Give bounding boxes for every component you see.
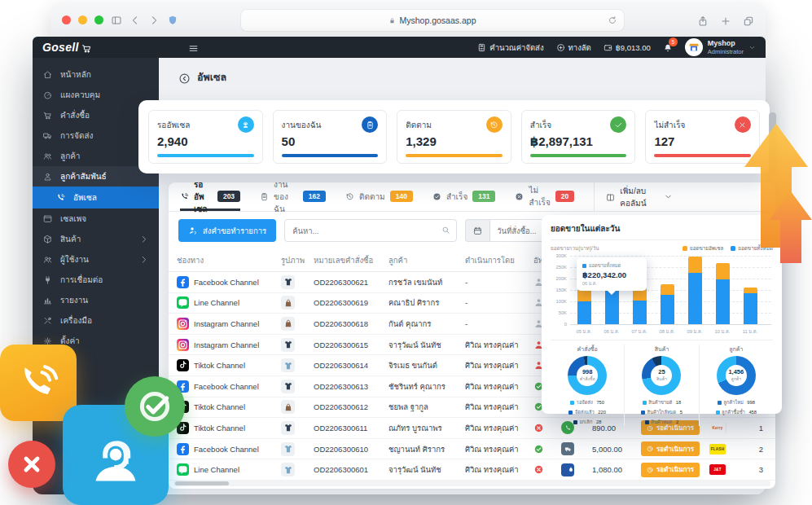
product-image-shirt-blue — [281, 442, 295, 456]
share-icon[interactable] — [697, 13, 709, 26]
donut-chart-1[interactable]: 25สินค้า — [642, 356, 681, 395]
sidebar-item-11[interactable]: รายงาน — [33, 290, 159, 310]
tab-4[interactable]: ไม่สำเร็จ 20 — [515, 182, 574, 211]
tools-icon — [42, 315, 53, 326]
clock-icon — [647, 466, 653, 473]
tab-2[interactable]: ติดตาม 140 — [345, 182, 413, 211]
brand-logo[interactable]: Gosell — [42, 41, 92, 54]
user-group-icon — [42, 254, 53, 265]
tab-count-badge: 203 — [217, 191, 240, 202]
agent-icon — [238, 116, 254, 133]
close-window-button[interactable] — [62, 15, 71, 24]
stat-card-1[interactable]: งานของฉัน 50 — [273, 110, 388, 164]
facebook-icon — [177, 443, 189, 455]
col-header-2[interactable]: หมายเลขคำสั่งซื้อ — [314, 254, 388, 266]
stat-card-0[interactable]: รออัพเซล 2,940 — [148, 110, 263, 164]
users-icon — [42, 151, 53, 161]
sidebar-item-8[interactable]: สินค้า — [33, 229, 159, 249]
topnav-shipping-calc[interactable]: คำนวณค่าจัดส่ง — [477, 42, 543, 54]
calendar-button[interactable] — [465, 219, 489, 242]
new-tab-icon[interactable] — [720, 13, 731, 26]
status-pending-badge: รอดำเนินการ — [641, 463, 700, 477]
table-row-8[interactable]: Facebook Channel OD2206300610 ชญานนท์ ศิ… — [169, 439, 775, 460]
sales-chart-title: ยอดขายในแต่ละวัน — [551, 222, 773, 240]
back-button-icon[interactable] — [178, 70, 191, 85]
calculator-icon — [477, 42, 486, 53]
bar-11 ม.ค.[interactable] — [744, 288, 757, 324]
scrollbar-thumb[interactable] — [175, 481, 229, 485]
send-request-button[interactable]: ส่งคำขอทำรายการ — [178, 219, 276, 242]
notification-badge: 5 — [669, 37, 678, 46]
stat-card-2[interactable]: ติดตาม 1,329 — [397, 110, 511, 164]
status-pending-badge: รอดำเนินการ — [641, 441, 700, 456]
back-nav-icon[interactable] — [129, 14, 141, 26]
phone-call-icon — [180, 191, 189, 202]
product-icon — [42, 234, 53, 244]
topnav-wallet[interactable]: ฿9,013.00 — [604, 42, 651, 53]
tab-count-badge: 140 — [390, 191, 413, 202]
facebook-icon — [177, 276, 189, 288]
address-bar[interactable]: Myshop.gosaas.app — [241, 10, 624, 31]
tab-1[interactable]: งานของฉัน 162 — [260, 182, 326, 211]
customer-icon — [42, 171, 53, 182]
stat-card-3[interactable]: สำเร็จ ฿2,897,131 — [521, 110, 636, 164]
bar-10 ม.ค.[interactable] — [716, 263, 730, 324]
upsell-check-icon — [533, 444, 544, 455]
col-header-3[interactable]: ลูกค้า — [388, 254, 465, 266]
clock-icon — [647, 446, 653, 453]
donut-chart-2[interactable]: 1,456ลูกค้า — [717, 356, 756, 395]
table-row-9[interactable]: Line Channel OD2206300601 จารุวัฒน์ นันท… — [169, 459, 775, 481]
tab-count-badge: 131 — [472, 191, 495, 202]
search-input[interactable] — [284, 219, 457, 242]
sidebar-item-9[interactable]: ผู้ใช้งาน — [33, 249, 159, 270]
chart-tooltip: ยอดขายทั้งหมด ฿220,342.00 06 ม.ค. — [577, 257, 647, 291]
minimize-window-button[interactable] — [78, 15, 87, 24]
stat-underline — [406, 154, 503, 157]
tab-3[interactable]: สำเร็จ 131 — [432, 182, 496, 211]
lock-icon — [388, 15, 396, 24]
salepage-icon — [42, 213, 53, 224]
sidebar-item-6[interactable]: อัพเซล — [33, 187, 159, 209]
tab-overview-icon[interactable] — [743, 13, 754, 26]
bar-07 ม.ค.[interactable] — [633, 286, 647, 324]
add-remove-columns-button[interactable]: เพิ่ม/ลบ คอลัมน์ — [594, 182, 673, 211]
page-title: อัพเซล — [197, 69, 226, 86]
app-topnav: Gosell คำนวณค่าจัดส่ง ทางลัด ฿9,013.00 5… — [33, 37, 766, 58]
product-image-shirt-blue — [281, 463, 295, 476]
chevron-right-icon — [138, 235, 149, 244]
bar-08 ม.ค.[interactable] — [661, 284, 674, 324]
history-icon — [486, 116, 503, 133]
shipping-logo-j&t: J&T — [709, 464, 726, 475]
donut-0: คำสั่งซื้อ 998คำสั่งซื้อ รอจัดส่ง750จัดส… — [551, 345, 624, 426]
x-circle-icon — [515, 191, 524, 202]
check-icon — [610, 116, 626, 133]
notifications-button[interactable]: 5 — [663, 42, 673, 53]
reload-icon[interactable] — [608, 15, 617, 26]
stat-underline — [157, 154, 254, 157]
forward-nav-icon[interactable] — [148, 14, 160, 26]
sidebar-item-12[interactable]: เครื่องมือ — [33, 310, 159, 331]
menu-toggle-icon[interactable] — [188, 41, 199, 53]
privacy-shield-icon — [167, 14, 178, 26]
stat-card-4[interactable]: ไม่สำเร็จ 127 — [645, 110, 760, 164]
instagram-icon — [177, 339, 189, 351]
col-header-4[interactable]: ดำเนินการโดย — [465, 254, 533, 266]
sidebar-item-10[interactable]: การเชื่อมต่อ — [33, 270, 159, 290]
col-header-0[interactable]: ช่องทาง — [177, 254, 281, 266]
horizontal-scrollbar[interactable] — [173, 481, 770, 486]
sidebar-item-7[interactable]: เซลเพจ — [33, 209, 159, 229]
sidebar-item-0[interactable]: หน้าหลัก — [33, 64, 159, 85]
account-menu[interactable]: Myshop Administrator — [685, 38, 756, 56]
droplet-method-icon — [561, 463, 574, 476]
maximize-window-button[interactable] — [94, 15, 103, 24]
donut-chart-0[interactable]: 998คำสั่งซื้อ — [568, 356, 607, 395]
stacked-bar-chart: 300K 250K 200K 150K 100K 50K 0 05 ม.ค. 0… — [551, 256, 773, 336]
sidebar-toggle-icon[interactable] — [111, 14, 122, 26]
tab-0[interactable]: รออัพเซล 203 — [180, 182, 240, 211]
chevron-right-icon — [138, 255, 149, 265]
cart-icon — [42, 110, 53, 121]
check-circle-icon — [432, 191, 441, 202]
bar-09 ม.ค.[interactable] — [688, 257, 702, 324]
topnav-shortcut[interactable]: ทางลัด — [556, 42, 591, 54]
col-header-1[interactable]: รูปภาพ — [281, 254, 314, 266]
